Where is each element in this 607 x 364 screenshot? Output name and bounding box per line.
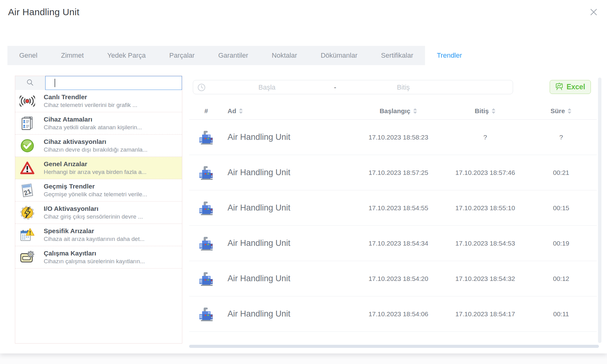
ahu-device-icon — [189, 165, 223, 180]
sidebar-item-title: Spesifik Arızalar — [44, 227, 144, 235]
table-vertical-scrollbar[interactable] — [598, 78, 601, 343]
table-row[interactable]: Air Handling Unit 17.10.2023 18:54:20 17… — [189, 261, 597, 296]
row-end-time: 17.10.2023 18:54:17 — [445, 310, 525, 318]
tab-bar: Genel Zimmet Yedek Parça Parçalar Garant… — [7, 46, 600, 65]
row-start-time: 17.10.2023 18:58:23 — [352, 134, 445, 141]
box-gear-icon — [18, 251, 37, 264]
row-duration: ? — [525, 134, 597, 141]
row-end-time: 17.10.2023 18:54:53 — [445, 240, 525, 247]
row-duration: 00:11 — [525, 310, 597, 318]
row-end-time: 17.10.2023 18:55:10 — [445, 204, 525, 212]
table-row[interactable]: Air Handling Unit 17.10.2023 18:54:06 17… — [189, 296, 597, 332]
sidebar-item-subtitle: Geçmişe yönelik cihaz telemetri verile..… — [44, 191, 147, 198]
sidebar-item-cihaz-atamalari[interactable]: Cihaz Atamaları Cihaza yetkili olarak at… — [15, 112, 182, 135]
column-header-duration[interactable]: Süre — [525, 107, 597, 115]
ahu-device-icon — [189, 130, 223, 145]
excel-button-label: Excel — [566, 83, 585, 91]
tab-noktalar[interactable]: Noktalar — [260, 46, 309, 65]
calendar-warning-icon — [18, 228, 37, 242]
row-start-time: 17.10.2023 18:54:34 — [352, 240, 445, 247]
row-duration: 00:21 — [525, 169, 597, 176]
lightning-circle-icon — [18, 206, 37, 220]
sort-icon[interactable] — [567, 108, 572, 114]
warning-triangle-icon — [18, 161, 37, 175]
row-duration: 00:19 — [525, 240, 597, 247]
check-circle-icon — [18, 139, 37, 153]
row-start-time: 17.10.2023 18:54:20 — [352, 275, 445, 282]
text-caret — [55, 79, 55, 87]
row-device-name: Air Handling Unit — [223, 274, 352, 283]
column-header-label: Ad — [228, 107, 236, 115]
sidebar-search-input[interactable] — [45, 76, 182, 90]
sidebar-item-title: Geçmiş Trendler — [44, 183, 147, 190]
row-device-name: Air Handling Unit — [223, 132, 352, 142]
tab-dokumanlar[interactable]: Dökümanlar — [309, 46, 369, 65]
page-title: Air Handling Unit — [8, 7, 79, 17]
table-header-row: # Ad Başlangıç Bitiş Süre — [189, 102, 597, 120]
row-device-name: Air Handling Unit — [223, 203, 352, 213]
close-button[interactable] — [588, 7, 599, 18]
sidebar-item-io-aktivasyonlari[interactable]: I/O Aktivasyonları Cihaz giriş çıkış sen… — [15, 202, 182, 224]
table-row[interactable]: Air Handling Unit 17.10.2023 18:54:34 17… — [189, 226, 597, 261]
sidebar-item-subtitle: Cihaza ait arıza kayıtlarının daha det..… — [44, 236, 144, 242]
date-range-picker[interactable]: Başla - Bitiş — [193, 80, 513, 94]
calendar-history-icon: 21 — [18, 183, 37, 198]
sidebar-item-spesifik-arizalar[interactable]: Spesifik Arızalar Cihaza ait arıza kayıt… — [15, 224, 182, 246]
ahu-device-icon — [189, 271, 223, 286]
column-header-start[interactable]: Başlangıç — [352, 107, 445, 115]
row-end-time: 17.10.2023 18:57:46 — [445, 169, 525, 176]
sidebar-item-genel-arizalar[interactable]: Genel Arızalar Herhangi bir arıza veya b… — [15, 157, 182, 179]
tab-trendler[interactable]: Trendler — [425, 46, 474, 65]
sidebar-item-subtitle: Cihazın devre dışı bırakıldığı zamanla..… — [44, 146, 148, 153]
sidebar-item-calisma-kayitlari[interactable]: Çalışma Kayıtları Cihazın çalışma sürele… — [15, 246, 182, 269]
column-header-name[interactable]: Ad — [223, 107, 352, 115]
column-header-label: Süre — [551, 107, 565, 115]
row-device-name: Air Handling Unit — [223, 238, 352, 248]
row-duration: 00:12 — [525, 275, 597, 282]
sidebar-item-title: Çalışma Kayıtları — [44, 250, 145, 257]
tab-zimmet[interactable]: Zimmet — [49, 46, 95, 65]
sidebar-search-row — [15, 76, 182, 90]
row-start-time: 17.10.2023 18:54:55 — [352, 204, 445, 212]
tab-yedek-parca[interactable]: Yedek Parça — [95, 46, 157, 65]
table-row[interactable]: Air Handling Unit 17.10.2023 18:58:23 ? … — [189, 120, 597, 155]
sort-icon[interactable] — [491, 108, 496, 114]
excel-export-button[interactable]: Excel — [550, 80, 591, 94]
date-range-separator: - — [332, 83, 338, 91]
date-end-placeholder[interactable]: Bitiş — [382, 83, 425, 91]
row-start-time: 17.10.2023 18:54:06 — [352, 310, 445, 318]
table-row[interactable]: Air Handling Unit 17.10.2023 18:54:55 17… — [189, 190, 597, 226]
sort-icon[interactable] — [239, 108, 243, 114]
search-icon — [26, 79, 34, 87]
row-end-time: ? — [445, 134, 525, 141]
tab-garantiler[interactable]: Garantiler — [206, 46, 260, 65]
sidebar-item-cihaz-aktivasyonlari[interactable]: Cihaz aktivasyonları Cihazın devre dışı … — [15, 135, 182, 157]
sidebar-item-title: Genel Arızalar — [44, 160, 147, 168]
column-header-label: Bitiş — [475, 107, 489, 115]
tab-parcalar[interactable]: Parçalar — [157, 46, 206, 65]
column-header-end[interactable]: Bitiş — [445, 107, 525, 115]
date-start-placeholder[interactable]: Başla — [245, 83, 289, 91]
ahu-device-icon — [189, 306, 223, 322]
close-icon — [590, 8, 598, 17]
sidebar-item-subtitle: Herhangi bir arıza veya birden fazla a..… — [44, 169, 147, 175]
table-row[interactable]: Air Handling Unit 17.10.2023 18:57:25 17… — [189, 155, 597, 190]
trend-types-sidebar: Canlı Trendler Cihaz telemetri verilerin… — [15, 76, 182, 344]
sidebar-item-title: I/O Aktivasyonları — [44, 205, 143, 212]
ahu-device-icon — [189, 236, 223, 251]
tab-sertifikalar[interactable]: Sertifikalar — [369, 46, 425, 65]
live-trends-icon — [18, 95, 37, 107]
sidebar-item-title: Cihaz aktivasyonları — [44, 138, 148, 145]
tab-genel[interactable]: Genel — [7, 46, 49, 65]
column-header-label: Başlangıç — [379, 107, 410, 115]
clock-icon — [197, 83, 206, 93]
search-icon-box — [15, 76, 45, 90]
sort-icon[interactable] — [413, 108, 417, 114]
sidebar-item-title: Canlı Trendler — [44, 93, 137, 101]
sidebar-item-title: Cihaz Atamaları — [44, 116, 142, 123]
sidebar-item-subtitle: Cihaz giriş çıkış sensörlerinin devre ..… — [44, 213, 143, 220]
sidebar-item-gecmis-trendler[interactable]: 21 Geçmiş Trendler Geçmişe yönelik cihaz… — [15, 179, 182, 202]
sidebar-item-canli-trendler[interactable]: Canlı Trendler Cihaz telemetri verilerin… — [15, 90, 182, 112]
table-horizontal-scrollbar[interactable] — [189, 345, 599, 348]
column-header-index: # — [189, 107, 223, 115]
